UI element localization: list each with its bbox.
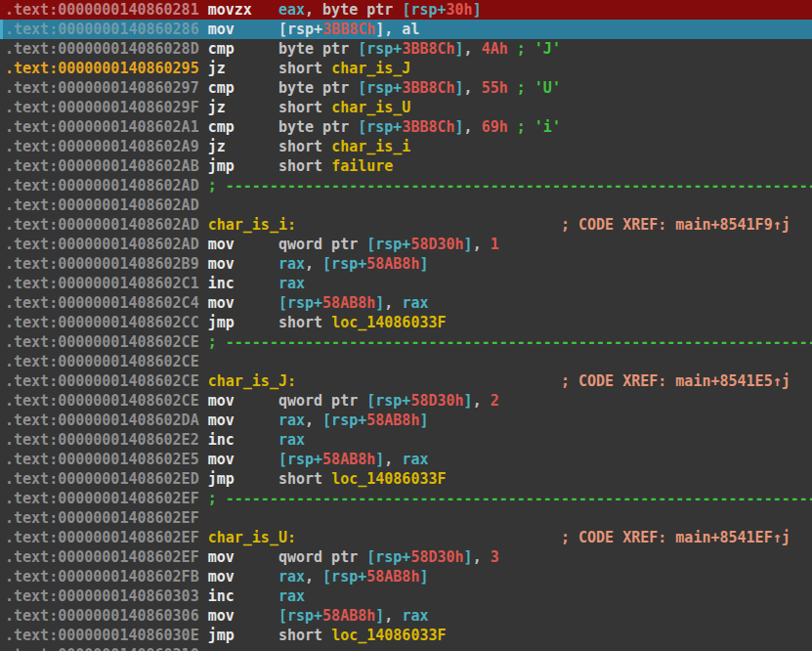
asm-line[interactable]: .text:00000001408602EFmov qword ptr [rsp… (0, 547, 812, 567)
xref-comment: ; CODE XREF: main+8541EF↑j (561, 529, 791, 546)
register: ] (473, 1, 482, 19)
operand-text (235, 627, 278, 644)
register: ] (455, 79, 464, 97)
number: 58AB8h (322, 607, 375, 625)
register: ] (375, 607, 384, 625)
register: [rsp+ (358, 118, 402, 136)
asm-line[interactable]: .text:00000001408602CCjmp short loc_1408… (0, 313, 812, 332)
mnemonic: inc (208, 431, 235, 449)
asm-line[interactable]: .text:0000000140860297cmp byte ptr [rsp+… (0, 78, 812, 98)
asm-line[interactable]: .text:0000000140860286mov [rsp+3BB8Ch], … (0, 20, 812, 39)
asm-line[interactable]: .text:000000014086029Fjz short char_is_U (0, 98, 812, 117)
operand-text: short (278, 99, 331, 116)
line-address: .text:00000001408602FB (5, 568, 199, 586)
mnemonic: jz (208, 60, 226, 77)
text-cursor (0, 20, 3, 39)
label: char_is_U: (208, 529, 296, 546)
number: 3BB8Ch (402, 40, 454, 58)
asm-line[interactable]: .text:00000001408602EFchar_is_U: ; CODE … (0, 528, 812, 547)
operand-text (235, 275, 278, 292)
asm-line[interactable]: .text:00000001408602CEchar_is_J: ; CODE … (0, 371, 812, 391)
asm-line[interactable]: .text:00000001408602AD (0, 195, 812, 215)
asm-line[interactable]: .text:00000001408602ADmov qword ptr [rsp… (0, 235, 812, 254)
asm-line[interactable]: .text:00000001408602E5mov [rsp+58AB8h], … (0, 450, 812, 469)
asm-line[interactable]: .text:00000001408602ADchar_is_i: ; CODE … (0, 215, 812, 235)
line-address: .text:00000001408602A1 (5, 118, 199, 136)
line-address: .text:0000000140860306 (5, 607, 199, 625)
asm-line[interactable]: .text:00000001408602FBmov rax, [rsp+58AB… (0, 567, 812, 586)
line-address: .text:000000014086030E (5, 627, 199, 644)
asm-line[interactable]: .text:00000001408602A9jz short char_is_i (0, 137, 812, 156)
asm-line[interactable]: .text:00000001408602C4mov [rsp+58AB8h], … (0, 293, 812, 313)
label: char_is_J: (208, 372, 296, 390)
asm-line[interactable]: .text:00000001408602A1cmp byte ptr [rsp+… (0, 117, 812, 137)
line-address: .text:00000001408602C1 (5, 275, 199, 292)
line-address: .text:00000001408602DA (5, 412, 199, 429)
register: [rsp+ (278, 607, 322, 625)
register: [rsp+ (402, 1, 446, 19)
mnemonic: mov (208, 255, 235, 273)
asm-line[interactable]: .text:00000001408602EDjmp short loc_1408… (0, 469, 812, 489)
operand-text (226, 99, 278, 116)
number: 3BB8Ch (402, 79, 454, 97)
register: ] (375, 451, 384, 468)
ida-disassembly-view: .text:0000000140860281movzx eax, byte pt… (0, 0, 812, 651)
register: ] (455, 118, 464, 136)
asm-line[interactable]: .text:00000001408602DAmov rax, [rsp+58AB… (0, 411, 812, 430)
line-address: .text:00000001408602CE (5, 392, 199, 410)
register: [rsp+ (322, 568, 366, 586)
asm-line[interactable]: .text:00000001408602CE; ----------------… (0, 332, 812, 352)
asm-line[interactable]: .text:0000000140860281movzx eax, byte pt… (0, 0, 812, 20)
line-address: .text:00000001408602EF (5, 548, 199, 566)
register: rax (278, 275, 305, 292)
line-address: .text:00000001408602EF (5, 529, 199, 546)
operand-text: , (473, 236, 491, 253)
register: rax (402, 451, 428, 468)
asm-line[interactable]: .text:00000001408602EF (0, 508, 812, 528)
register: rax (278, 587, 305, 605)
line-address: .text:00000001408602CE (5, 372, 199, 390)
xref-comment: ; CODE XREF: main+8541E5↑j (561, 372, 791, 390)
asm-line[interactable]: .text:0000000140860310 (0, 645, 812, 651)
asm-line[interactable]: .text:000000014086028Dcmp byte ptr [rsp+… (0, 39, 812, 59)
asm-line[interactable]: .text:00000001408602E2inc rax (0, 430, 812, 450)
asm-line[interactable]: .text:0000000140860303inc rax (0, 586, 812, 606)
line-address: .text:0000000140860297 (5, 79, 199, 97)
number: 58D30h (410, 236, 463, 253)
asm-line[interactable]: .text:0000000140860295jz short char_is_J (0, 59, 812, 78)
operand-text: ], al (375, 21, 419, 38)
xref-comment: ; CODE XREF: main+8541F9↑j (561, 216, 791, 234)
line-address: .text:0000000140860286 (5, 21, 199, 38)
mnemonic: cmp (208, 79, 235, 97)
register: rax (278, 568, 305, 586)
mnemonic: mov (208, 451, 235, 468)
asm-line[interactable]: .text:00000001408602ABjmp short failure (0, 156, 812, 176)
number: 3 (491, 548, 499, 566)
asm-line[interactable]: .text:00000001408602B9mov rax, [rsp+58AB… (0, 254, 812, 274)
disassembly-listing[interactable]: .text:0000000140860281movzx eax, byte pt… (0, 0, 812, 651)
operand-text (235, 157, 278, 175)
line-address: .text:00000001408602E2 (5, 431, 199, 449)
operand-text (235, 568, 278, 586)
operand-text: , (464, 79, 482, 97)
asm-line[interactable]: .text:000000014086030Ejmp short loc_1408… (0, 626, 812, 645)
asm-line[interactable]: .text:00000001408602EF; ----------------… (0, 489, 812, 508)
line-address: .text:0000000140860310 (5, 646, 199, 651)
number: 69h (482, 118, 508, 136)
asm-line[interactable]: .text:00000001408602CEmov qword ptr [rsp… (0, 391, 812, 411)
operand-text (235, 431, 278, 449)
asm-line[interactable]: .text:00000001408602CE (0, 352, 812, 371)
asm-line[interactable]: .text:00000001408602C1inc rax (0, 274, 812, 293)
line-address: .text:000000014086028D (5, 40, 199, 58)
line-address: .text:00000001408602AD (5, 177, 199, 195)
operand-text: qword ptr (278, 548, 366, 566)
asm-line[interactable]: .text:00000001408602AD; ----------------… (0, 176, 812, 195)
operand-text: byte ptr (322, 1, 402, 19)
register: ] (455, 40, 464, 58)
asm-line[interactable]: .text:0000000140860306mov [rsp+58AB8h], … (0, 606, 812, 626)
mnemonic: jmp (208, 627, 235, 644)
operand-text (235, 255, 278, 273)
operand-text: , (305, 1, 322, 19)
operand-text (235, 21, 278, 38)
label: loc_14086033F (331, 470, 446, 488)
